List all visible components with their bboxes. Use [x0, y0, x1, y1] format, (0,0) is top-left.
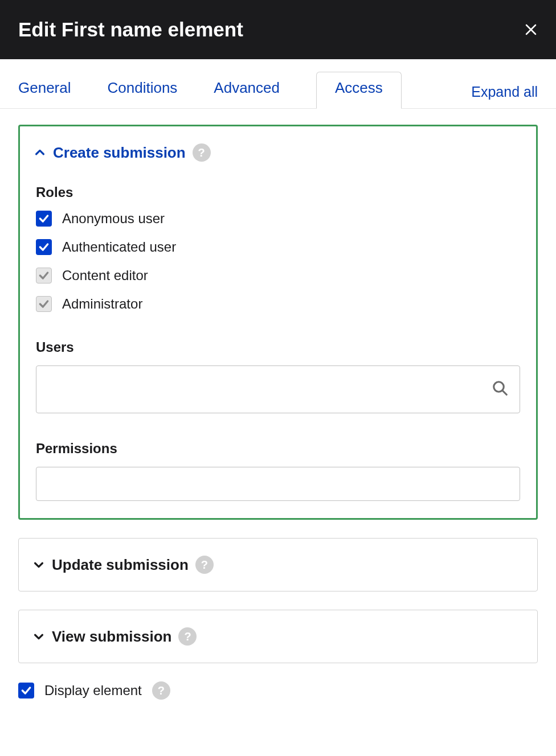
users-field-group: Users: [36, 339, 520, 413]
tab-access[interactable]: Access: [316, 72, 402, 109]
tab-conditions[interactable]: Conditions: [108, 72, 178, 108]
check-icon: [21, 685, 32, 696]
expand-all-link[interactable]: Expand all: [471, 84, 538, 100]
users-input[interactable]: [36, 365, 520, 413]
role-anonymous-label: Anonymous user: [62, 211, 165, 227]
help-icon[interactable]: ?: [193, 143, 211, 162]
panel-create-header[interactable]: Create submission ?: [20, 126, 536, 179]
role-anonymous-checkbox[interactable]: [36, 211, 52, 227]
close-icon: [524, 23, 538, 36]
display-element-row: Display element ?: [0, 681, 556, 711]
permissions-input[interactable]: [36, 467, 520, 501]
panel-view-header[interactable]: View submission ?: [19, 610, 537, 663]
display-element-checkbox[interactable]: [18, 683, 34, 699]
users-label: Users: [36, 339, 520, 355]
chevron-down-icon: [32, 630, 45, 643]
search-icon: [492, 380, 509, 399]
panel-view-title: View submission: [52, 628, 171, 646]
users-input-wrapper: [36, 365, 520, 413]
panel-create-submission: Create submission ? Roles Anonymous user…: [18, 125, 538, 520]
check-icon: [38, 213, 50, 224]
role-authenticated-label: Authenticated user: [62, 239, 176, 255]
check-icon: [38, 241, 50, 253]
panel-update-title: Update submission: [52, 556, 189, 574]
svg-line-3: [502, 391, 507, 395]
panel-create-body: Roles Anonymous user Authenticated user …: [20, 184, 536, 518]
role-content-editor-label: Content editor: [62, 268, 148, 284]
content-area: Create submission ? Roles Anonymous user…: [0, 109, 556, 663]
modal-header: Edit First name element: [0, 0, 556, 59]
tabs: General Conditions Advanced Access Expan…: [0, 59, 556, 109]
role-administrator-checkbox: [36, 296, 52, 312]
panel-update-submission: Update submission ?: [18, 538, 538, 591]
panel-update-header[interactable]: Update submission ?: [19, 539, 537, 591]
panel-create-title: Create submission: [53, 144, 186, 162]
panel-view-submission: View submission ?: [18, 610, 538, 663]
help-icon[interactable]: ?: [178, 627, 197, 646]
help-icon[interactable]: ?: [195, 556, 214, 574]
tab-advanced[interactable]: Advanced: [214, 72, 280, 108]
permissions-label: Permissions: [36, 441, 520, 457]
role-content-editor-checkbox: [36, 268, 52, 284]
role-anonymous-row: Anonymous user: [36, 211, 520, 227]
tab-general[interactable]: General: [18, 72, 71, 108]
roles-label: Roles: [36, 184, 520, 200]
role-administrator-row: Administrator: [36, 296, 520, 312]
check-icon: [38, 270, 50, 281]
display-element-label: Display element: [44, 683, 142, 699]
help-icon[interactable]: ?: [152, 681, 170, 700]
role-content-editor-row: Content editor: [36, 268, 520, 284]
check-icon: [38, 298, 50, 310]
role-authenticated-checkbox[interactable]: [36, 239, 52, 255]
role-authenticated-row: Authenticated user: [36, 239, 520, 255]
chevron-down-icon: [32, 558, 45, 571]
close-button[interactable]: [524, 23, 538, 36]
chevron-up-icon: [34, 146, 46, 159]
permissions-field-group: Permissions: [36, 441, 520, 501]
role-administrator-label: Administrator: [62, 296, 142, 312]
modal-title: Edit First name element: [18, 18, 243, 41]
